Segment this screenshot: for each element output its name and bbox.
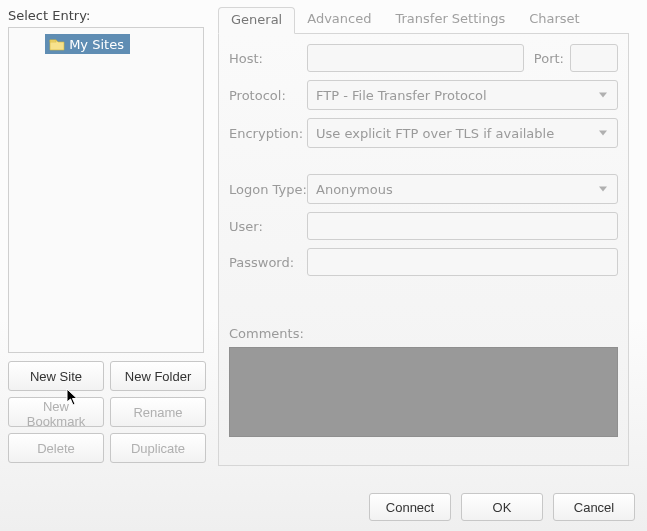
host-input bbox=[307, 44, 524, 72]
logon-type-select: Anonymous bbox=[307, 174, 618, 204]
site-tree[interactable]: My Sites bbox=[8, 27, 204, 353]
comments-textarea bbox=[229, 347, 618, 437]
encryption-label: Encryption: bbox=[229, 126, 307, 141]
delete-button: Delete bbox=[8, 433, 104, 463]
logon-type-value: Anonymous bbox=[316, 182, 393, 197]
port-input bbox=[570, 44, 618, 72]
select-entry-label: Select Entry: bbox=[8, 8, 218, 23]
left-column: Select Entry: My Sites New Site New Fold… bbox=[8, 8, 218, 466]
folder-icon bbox=[49, 37, 65, 51]
chevron-down-icon bbox=[599, 93, 607, 98]
password-label: Password: bbox=[229, 255, 307, 270]
tab-general[interactable]: General bbox=[218, 7, 295, 34]
user-label: User: bbox=[229, 219, 307, 234]
protocol-value: FTP - File Transfer Protocol bbox=[316, 88, 487, 103]
ok-button[interactable]: OK bbox=[461, 493, 543, 521]
new-bookmark-button: New Bookmark bbox=[8, 397, 104, 427]
tab-advanced[interactable]: Advanced bbox=[295, 7, 383, 34]
dialog-buttons: Connect OK Cancel bbox=[369, 493, 635, 521]
connect-button[interactable]: Connect bbox=[369, 493, 451, 521]
encryption-value: Use explicit FTP over TLS if available bbox=[316, 126, 554, 141]
encryption-select: Use explicit FTP over TLS if available bbox=[307, 118, 618, 148]
rename-button: Rename bbox=[110, 397, 206, 427]
entry-buttons-grid: New Site New Folder New Bookmark Rename … bbox=[8, 361, 218, 463]
tab-bar: General Advanced Transfer Settings Chars… bbox=[218, 8, 629, 34]
tab-transfer-settings[interactable]: Transfer Settings bbox=[383, 7, 517, 34]
password-input bbox=[307, 248, 618, 276]
chevron-down-icon bbox=[599, 187, 607, 192]
svg-rect-0 bbox=[50, 40, 56, 42]
right-column: General Advanced Transfer Settings Chars… bbox=[218, 8, 637, 466]
tree-root-label: My Sites bbox=[69, 37, 124, 52]
duplicate-button: Duplicate bbox=[110, 433, 206, 463]
new-site-button[interactable]: New Site bbox=[8, 361, 104, 391]
general-panel: Host: Port: Protocol: FTP - File Transfe… bbox=[218, 34, 629, 466]
port-label: Port: bbox=[534, 51, 564, 66]
tab-charset[interactable]: Charset bbox=[517, 7, 592, 34]
site-manager-window: Select Entry: My Sites New Site New Fold… bbox=[0, 0, 647, 531]
comments-label: Comments: bbox=[229, 326, 618, 341]
user-input bbox=[307, 212, 618, 240]
host-label: Host: bbox=[229, 51, 307, 66]
chevron-down-icon bbox=[599, 131, 607, 136]
protocol-select: FTP - File Transfer Protocol bbox=[307, 80, 618, 110]
logon-type-label: Logon Type: bbox=[229, 182, 307, 197]
tree-root-my-sites[interactable]: My Sites bbox=[45, 34, 130, 54]
cancel-button[interactable]: Cancel bbox=[553, 493, 635, 521]
protocol-label: Protocol: bbox=[229, 88, 307, 103]
new-folder-button[interactable]: New Folder bbox=[110, 361, 206, 391]
